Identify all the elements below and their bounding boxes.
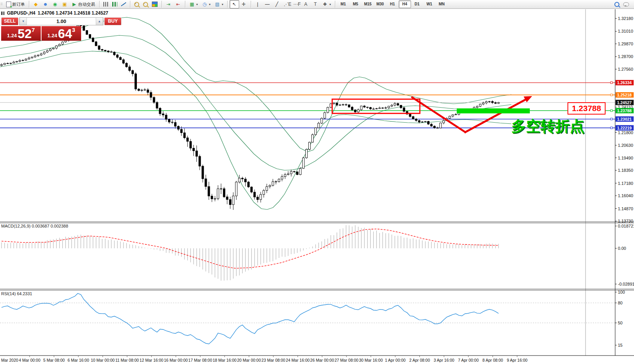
buy-button[interactable]: BUY — [104, 17, 121, 25]
tile-windows-icon[interactable] — [150, 0, 160, 8]
svg-text:23 Mar 08:00: 23 Mar 08:00 — [261, 358, 285, 362]
fibonacci-icon: ⋯F — [293, 2, 299, 7]
timeframe-m15[interactable]: M15 — [362, 0, 374, 8]
timeframe-h1[interactable]: H1 — [386, 0, 399, 8]
dropdown-caret-icon[interactable]: ▾ — [209, 3, 211, 6]
autotrading-button[interactable]: ▶自动交易 — [70, 0, 97, 8]
svg-text:1.25218: 1.25218 — [617, 93, 632, 97]
zoom-in-icon: + — [134, 2, 139, 7]
vertical-line-icon[interactable]: | — [253, 0, 263, 8]
svg-text:3 Apr 16:00: 3 Apr 16:00 — [434, 358, 454, 362]
signals-icon: ◉ — [52, 2, 58, 7]
volume-increase-button[interactable]: ▲ — [96, 18, 103, 25]
search-icon[interactable] — [612, 0, 621, 8]
svg-text:7 Apr 00:00: 7 Apr 00:00 — [458, 358, 479, 362]
svg-text:1.29870: 1.29870 — [618, 42, 633, 46]
svg-text:1.31010: 1.31010 — [618, 29, 633, 33]
crosshair-icon: ✛ — [241, 2, 247, 7]
equidistant-channel-icon[interactable]: ⋰E — [282, 0, 291, 8]
sell-button[interactable]: SELL — [1, 17, 18, 25]
chat-icon — [623, 2, 629, 7]
fibonacci-icon[interactable]: ⋯F — [291, 0, 301, 8]
toolbar-grip: ⠿ — [0, 2, 3, 6]
dropdown-caret-icon[interactable]: ▾ — [329, 3, 331, 6]
volume-decrease-button[interactable]: ▼ — [20, 18, 27, 25]
buy-price[interactable]: 1.24 64 3 — [42, 26, 81, 41]
timeframe-m1[interactable]: M1 — [337, 0, 349, 8]
new-order-button[interactable]: 新订单 — [4, 0, 27, 8]
symbol-label: GBPUSD-,H4 — [7, 10, 35, 16]
shapes-icon[interactable]: ❖▾ — [320, 0, 333, 8]
toolbar-separator — [335, 1, 335, 8]
svg-text:24 Mar 16:00: 24 Mar 16:00 — [286, 358, 310, 362]
chart-canvas: 1.23788多空转折点多空转折点MACD(12,26,9) 0.003687 … — [0, 0, 634, 364]
templates-icon[interactable]: ▧▾ — [213, 0, 225, 8]
tile-windows-icon — [152, 2, 158, 7]
toolbar-separator — [161, 1, 162, 8]
line-chart-icon[interactable] — [119, 0, 128, 8]
candlestick-chart-icon — [112, 2, 117, 7]
svg-text:9 Apr 16:00: 9 Apr 16:00 — [507, 358, 528, 362]
candlestick-chart-icon[interactable] — [110, 0, 119, 8]
svg-text:1.23788: 1.23788 — [617, 108, 632, 113]
svg-text:18 Mar 16:00: 18 Mar 16:00 — [213, 358, 236, 362]
timeframe-d1[interactable]: D1 — [411, 0, 423, 8]
svg-text:11 Mar 08:00: 11 Mar 08:00 — [115, 358, 139, 362]
svg-text:1.17180: 1.17180 — [618, 181, 633, 186]
mt4-window: { "toolbar": { "groups": [ {"items":[{"n… — [0, 0, 634, 364]
cursor-icon[interactable]: ↖ — [230, 0, 239, 8]
shapes-icon: ❖ — [322, 2, 328, 7]
svg-text:1.16040: 1.16040 — [618, 193, 633, 198]
bar-chart-icon — [103, 2, 108, 7]
buy-price-sup: 3 — [72, 27, 75, 33]
buy-price-prefix: 1.24 — [47, 33, 57, 38]
market-icon: ▣ — [62, 2, 68, 7]
svg-text:1.22219: 1.22219 — [617, 126, 632, 130]
bar-chart-icon[interactable] — [102, 0, 110, 8]
horizontal-line-icon[interactable]: — — [263, 0, 272, 8]
chart-area[interactable]: 1.23788多空转折点多空转折点MACD(12,26,9) 0.003687 … — [0, 0, 634, 364]
profiles-icon[interactable]: ◷▾ — [200, 0, 213, 8]
timeframe-h4[interactable]: H4 — [399, 0, 411, 8]
new-order-icon — [6, 2, 11, 7]
sell-price[interactable]: 1.24 52 7 — [1, 26, 41, 41]
chart-shift-icon[interactable]: ⇤ — [173, 0, 183, 8]
timeframe-m5[interactable]: M5 — [349, 0, 362, 8]
timeframe-mn[interactable]: MN — [436, 0, 448, 8]
svg-text:0.00: 0.00 — [618, 246, 626, 251]
search-icon — [614, 2, 619, 7]
navigator-icon[interactable]: ☻ — [41, 0, 50, 8]
timeframe-m30[interactable]: M30 — [374, 0, 386, 8]
svg-text:1.18350: 1.18350 — [618, 168, 633, 173]
text-tool-icon[interactable]: A — [301, 0, 311, 8]
one-click-trading-panel: SELL ▼ ▲ BUY 1.24 52 7 1.24 64 3 — [1, 17, 81, 41]
zoom-in-icon[interactable]: + — [132, 0, 141, 8]
symbol-bar: GBPUSD-,H4 1.24706 1.24734 1.24518 1.245… — [1, 10, 108, 16]
chat-icon[interactable] — [621, 0, 631, 8]
crosshair-icon[interactable]: ✛ — [239, 0, 249, 8]
trendline-icon[interactable]: ╱ — [272, 0, 282, 8]
market-watch-icon[interactable]: ◆ — [31, 0, 41, 8]
svg-text:12 Mar 16:00: 12 Mar 16:00 — [140, 358, 163, 362]
cursor-icon: ↖ — [231, 2, 237, 7]
svg-text:4 Mar 00:00: 4 Mar 00:00 — [19, 358, 40, 362]
svg-text:5 Mar 08:00: 5 Mar 08:00 — [43, 358, 65, 362]
signals-icon[interactable]: ◉ — [50, 0, 60, 8]
dropdown-caret-icon[interactable]: ▾ — [196, 3, 198, 6]
timeframe-w1[interactable]: W1 — [423, 0, 436, 8]
toolbar-separator — [99, 1, 100, 8]
zoom-out-icon[interactable]: − — [141, 0, 150, 8]
support-highlight-bar[interactable] — [457, 108, 530, 113]
auto-scroll-icon[interactable]: ⇥ — [164, 0, 173, 8]
trendline-icon: ╱ — [274, 2, 280, 7]
volume-input[interactable] — [27, 18, 96, 25]
market-icon[interactable]: ▣ — [60, 0, 70, 8]
svg-text:80: 80 — [618, 301, 622, 305]
text-label-icon[interactable]: T — [311, 0, 320, 8]
autotrading-button-label: 自动交易 — [78, 2, 95, 7]
dropdown-caret-icon[interactable]: ▾ — [222, 3, 223, 6]
new-chart-icon[interactable]: ▦▾ — [187, 0, 200, 8]
svg-text:26 Mar 00:00: 26 Mar 00:00 — [310, 358, 334, 362]
chart-symbol-icon — [1, 12, 5, 15]
svg-text:17 Mar 08:00: 17 Mar 08:00 — [188, 358, 212, 362]
